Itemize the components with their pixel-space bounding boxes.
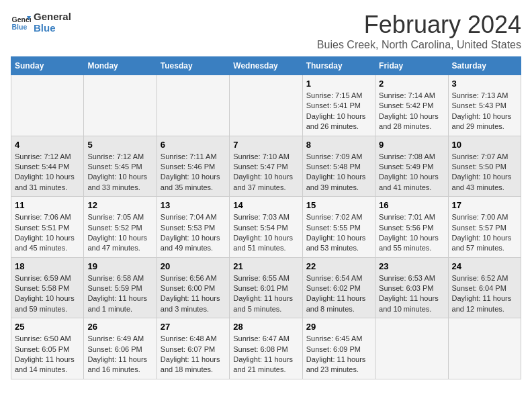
calendar-cell: 14Sunrise: 7:03 AM Sunset: 5:54 PM Dayli… bbox=[230, 197, 302, 258]
calendar-cell: 23Sunrise: 6:53 AM Sunset: 6:03 PM Dayli… bbox=[375, 257, 448, 318]
day-number: 21 bbox=[233, 261, 298, 271]
calendar-cell: 5Sunrise: 7:12 AM Sunset: 5:45 PM Daylig… bbox=[84, 136, 157, 197]
calendar-cell: 27Sunrise: 6:48 AM Sunset: 6:07 PM Dayli… bbox=[157, 318, 229, 379]
day-number: 22 bbox=[306, 261, 371, 271]
day-number: 25 bbox=[15, 322, 80, 332]
day-number: 20 bbox=[161, 261, 226, 271]
day-info: Sunrise: 7:10 AM Sunset: 5:47 PM Dayligh… bbox=[233, 152, 298, 193]
header-day-saturday: Saturday bbox=[448, 57, 521, 75]
calendar-cell: 25Sunrise: 6:50 AM Sunset: 6:05 PM Dayli… bbox=[11, 318, 84, 379]
calendar-cell: 2Sunrise: 7:14 AM Sunset: 5:42 PM Daylig… bbox=[375, 75, 448, 136]
day-number: 11 bbox=[15, 200, 80, 210]
header-day-wednesday: Wednesday bbox=[230, 57, 302, 75]
day-info: Sunrise: 7:06 AM Sunset: 5:51 PM Dayligh… bbox=[15, 212, 80, 254]
logo-line2: Blue bbox=[34, 22, 71, 34]
logo-icon: General Blue bbox=[11, 12, 31, 32]
day-info: Sunrise: 7:12 AM Sunset: 5:44 PM Dayligh… bbox=[15, 152, 80, 193]
calendar-cell: 26Sunrise: 6:49 AM Sunset: 6:06 PM Dayli… bbox=[84, 318, 157, 379]
calendar-cell: 15Sunrise: 7:02 AM Sunset: 5:55 PM Dayli… bbox=[302, 197, 375, 258]
day-info: Sunrise: 6:49 AM Sunset: 6:06 PM Dayligh… bbox=[87, 334, 152, 375]
day-number: 8 bbox=[306, 140, 371, 150]
calendar-cell: 18Sunrise: 6:59 AM Sunset: 5:58 PM Dayli… bbox=[11, 257, 84, 318]
calendar-cell: 20Sunrise: 6:56 AM Sunset: 6:00 PM Dayli… bbox=[157, 257, 229, 318]
day-number: 2 bbox=[379, 79, 444, 89]
day-number: 17 bbox=[452, 200, 517, 210]
day-number: 24 bbox=[452, 261, 517, 271]
calendar-week-row: 1Sunrise: 7:15 AM Sunset: 5:41 PM Daylig… bbox=[11, 75, 521, 136]
day-info: Sunrise: 7:07 AM Sunset: 5:50 PM Dayligh… bbox=[452, 152, 517, 193]
day-info: Sunrise: 6:54 AM Sunset: 6:02 PM Dayligh… bbox=[306, 273, 371, 315]
calendar-cell: 21Sunrise: 6:55 AM Sunset: 6:01 PM Dayli… bbox=[230, 257, 302, 318]
calendar-cell bbox=[157, 75, 229, 136]
calendar-cell: 9Sunrise: 7:08 AM Sunset: 5:49 PM Daylig… bbox=[375, 136, 448, 197]
day-info: Sunrise: 7:09 AM Sunset: 5:48 PM Dayligh… bbox=[306, 152, 371, 193]
day-number: 28 bbox=[233, 322, 298, 332]
calendar-cell: 12Sunrise: 7:05 AM Sunset: 5:52 PM Dayli… bbox=[84, 197, 157, 258]
day-info: Sunrise: 7:05 AM Sunset: 5:52 PM Dayligh… bbox=[87, 212, 152, 254]
calendar-week-row: 4Sunrise: 7:12 AM Sunset: 5:44 PM Daylig… bbox=[11, 136, 521, 197]
day-number: 19 bbox=[87, 261, 152, 271]
calendar-cell: 10Sunrise: 7:07 AM Sunset: 5:50 PM Dayli… bbox=[448, 136, 521, 197]
svg-text:Blue: Blue bbox=[12, 23, 28, 31]
header-row: SundayMondayTuesdayWednesdayThursdayFrid… bbox=[11, 57, 521, 75]
day-number: 14 bbox=[233, 200, 298, 210]
calendar-week-row: 18Sunrise: 6:59 AM Sunset: 5:58 PM Dayli… bbox=[11, 257, 521, 318]
day-info: Sunrise: 7:13 AM Sunset: 5:43 PM Dayligh… bbox=[452, 91, 517, 132]
day-number: 27 bbox=[161, 322, 226, 332]
calendar-cell: 22Sunrise: 6:54 AM Sunset: 6:02 PM Dayli… bbox=[302, 257, 375, 318]
calendar-cell: 16Sunrise: 7:01 AM Sunset: 5:56 PM Dayli… bbox=[375, 197, 448, 258]
calendar-cell: 8Sunrise: 7:09 AM Sunset: 5:48 PM Daylig… bbox=[302, 136, 375, 197]
day-info: Sunrise: 7:14 AM Sunset: 5:42 PM Dayligh… bbox=[379, 91, 444, 132]
day-number: 29 bbox=[306, 322, 371, 332]
calendar-cell: 13Sunrise: 7:04 AM Sunset: 5:53 PM Dayli… bbox=[157, 197, 229, 258]
day-info: Sunrise: 7:00 AM Sunset: 5:57 PM Dayligh… bbox=[452, 212, 517, 254]
calendar-cell: 1Sunrise: 7:15 AM Sunset: 5:41 PM Daylig… bbox=[302, 75, 375, 136]
calendar-table: SundayMondayTuesdayWednesdayThursdayFrid… bbox=[11, 56, 521, 379]
page-header: General Blue General Blue February 2024 … bbox=[11, 11, 521, 51]
logo-line1: General bbox=[34, 11, 71, 22]
calendar-cell: 19Sunrise: 6:58 AM Sunset: 5:59 PM Dayli… bbox=[84, 257, 157, 318]
subtitle: Buies Creek, North Carolina, United Stat… bbox=[317, 39, 521, 51]
calendar-cell: 17Sunrise: 7:00 AM Sunset: 5:57 PM Dayli… bbox=[448, 197, 521, 258]
day-number: 10 bbox=[452, 140, 517, 150]
calendar-cell: 4Sunrise: 7:12 AM Sunset: 5:44 PM Daylig… bbox=[11, 136, 84, 197]
day-number: 7 bbox=[233, 140, 298, 150]
day-number: 15 bbox=[306, 200, 371, 210]
calendar-cell: 3Sunrise: 7:13 AM Sunset: 5:43 PM Daylig… bbox=[448, 75, 521, 136]
title-area: February 2024 Buies Creek, North Carolin… bbox=[317, 11, 521, 51]
day-info: Sunrise: 7:03 AM Sunset: 5:54 PM Dayligh… bbox=[233, 212, 298, 254]
day-info: Sunrise: 6:50 AM Sunset: 6:05 PM Dayligh… bbox=[15, 334, 80, 375]
calendar-week-row: 25Sunrise: 6:50 AM Sunset: 6:05 PM Dayli… bbox=[11, 318, 521, 379]
header-day-monday: Monday bbox=[84, 57, 157, 75]
header-day-tuesday: Tuesday bbox=[157, 57, 229, 75]
day-number: 12 bbox=[87, 200, 152, 210]
calendar-cell bbox=[84, 75, 157, 136]
calendar-cell: 7Sunrise: 7:10 AM Sunset: 5:47 PM Daylig… bbox=[230, 136, 302, 197]
calendar-cell: 24Sunrise: 6:52 AM Sunset: 6:04 PM Dayli… bbox=[448, 257, 521, 318]
header-day-thursday: Thursday bbox=[302, 57, 375, 75]
header-day-friday: Friday bbox=[375, 57, 448, 75]
calendar-cell: 11Sunrise: 7:06 AM Sunset: 5:51 PM Dayli… bbox=[11, 197, 84, 258]
header-day-sunday: Sunday bbox=[11, 57, 84, 75]
day-number: 9 bbox=[379, 140, 444, 150]
calendar-week-row: 11Sunrise: 7:06 AM Sunset: 5:51 PM Dayli… bbox=[11, 197, 521, 258]
day-info: Sunrise: 6:58 AM Sunset: 5:59 PM Dayligh… bbox=[87, 273, 152, 315]
calendar-cell bbox=[11, 75, 84, 136]
day-info: Sunrise: 7:12 AM Sunset: 5:45 PM Dayligh… bbox=[87, 152, 152, 193]
day-info: Sunrise: 7:04 AM Sunset: 5:53 PM Dayligh… bbox=[161, 212, 226, 254]
day-number: 4 bbox=[15, 140, 80, 150]
calendar-cell: 28Sunrise: 6:47 AM Sunset: 6:08 PM Dayli… bbox=[230, 318, 302, 379]
day-info: Sunrise: 7:11 AM Sunset: 5:46 PM Dayligh… bbox=[161, 152, 226, 193]
day-info: Sunrise: 6:55 AM Sunset: 6:01 PM Dayligh… bbox=[233, 273, 298, 315]
day-info: Sunrise: 6:47 AM Sunset: 6:08 PM Dayligh… bbox=[233, 334, 298, 375]
day-info: Sunrise: 6:53 AM Sunset: 6:03 PM Dayligh… bbox=[379, 273, 444, 315]
day-number: 16 bbox=[379, 200, 444, 210]
day-info: Sunrise: 6:45 AM Sunset: 6:09 PM Dayligh… bbox=[306, 334, 371, 375]
day-info: Sunrise: 7:01 AM Sunset: 5:56 PM Dayligh… bbox=[379, 212, 444, 254]
day-number: 1 bbox=[306, 79, 371, 89]
day-info: Sunrise: 6:48 AM Sunset: 6:07 PM Dayligh… bbox=[161, 334, 226, 375]
day-number: 5 bbox=[87, 140, 152, 150]
day-info: Sunrise: 7:02 AM Sunset: 5:55 PM Dayligh… bbox=[306, 212, 371, 254]
day-number: 3 bbox=[452, 79, 517, 89]
main-title: February 2024 bbox=[317, 11, 521, 39]
